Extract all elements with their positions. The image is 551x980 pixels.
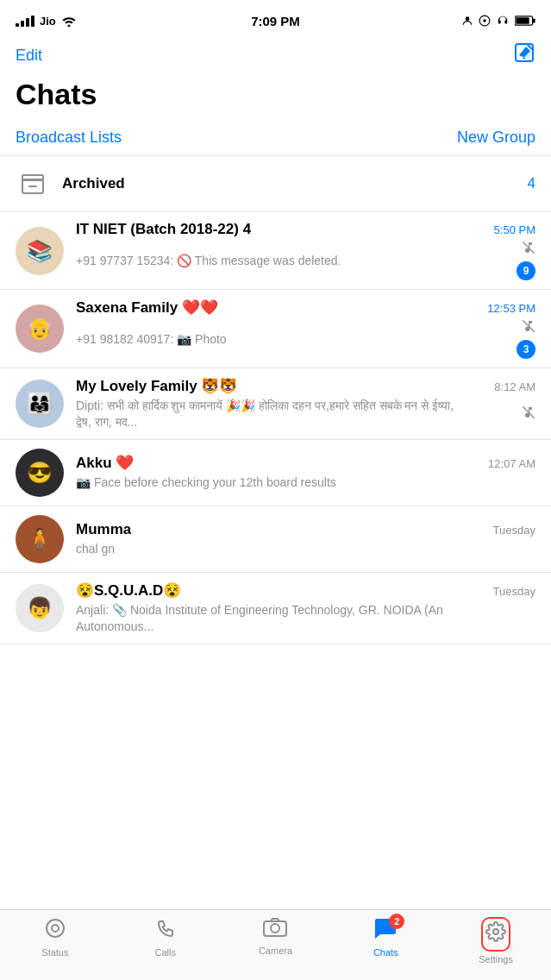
chat-row-mumma[interactable]: 🧍MummaTuesdaychal gn (0, 506, 551, 573)
camera-icon (263, 917, 287, 943)
compose-button[interactable] (513, 41, 535, 69)
chat-list: Archived 4 📚IT NIET (Batch 2018-22) 45:5… (0, 156, 551, 644)
avatar-it-niet: 📚 (16, 227, 64, 275)
status-tab-label: Status (41, 947, 68, 958)
new-group-button[interactable]: New Group (457, 129, 535, 147)
avatar-squad: 👦 (16, 584, 64, 632)
chats-tab-label: Chats (373, 947, 398, 958)
chat-preview-it-niet: +91 97737 15234: 🚫 This message was dele… (76, 253, 341, 269)
svg-point-1 (466, 16, 470, 21)
svg-point-3 (483, 19, 486, 22)
avatar-mumma: 🧍 (16, 515, 64, 563)
avatar-akku: 😎 (16, 449, 64, 497)
chat-row-my-lovely-family[interactable]: 👨‍👩‍👧My Lovely Family 🐯🐯8:12 AMDipti: सभ… (0, 368, 551, 440)
chat-time-squad: Tuesday (493, 585, 535, 598)
camera-tab-label: Camera (259, 945, 292, 956)
location-icon (479, 15, 491, 27)
chat-time-it-niet: 5:50 PM (494, 223, 535, 236)
svg-rect-5 (516, 17, 529, 24)
svg-rect-6 (533, 18, 535, 22)
chat-content-saxena-family: Saxena Family ❤️❤️12:53 PM+91 98182 4091… (76, 298, 535, 359)
settings-icon (485, 921, 506, 947)
unread-badge-it-niet: 9 (517, 261, 535, 280)
tab-status[interactable]: Status (0, 917, 110, 958)
archived-row[interactable]: Archived 4 (0, 156, 551, 212)
chat-right-my-lovely-family (522, 405, 535, 423)
chat-row-saxena-family[interactable]: 👴Saxena Family ❤️❤️12:53 PM+91 98182 409… (0, 290, 551, 368)
chat-name-squad: 😵S.Q.U.A.D😵 (76, 581, 181, 600)
tab-camera[interactable]: Camera (221, 917, 331, 956)
chat-content-mumma: MummaTuesdaychal gn (76, 521, 535, 557)
unread-badge-saxena-family: 3 (517, 340, 535, 359)
actions-row: Broadcast Lists New Group (0, 122, 551, 156)
chat-content-akku: Akku ❤️12:07 AM📷 Face before checking yo… (76, 454, 535, 491)
mute-icon-my-lovely-family (522, 405, 535, 423)
chat-right-saxena-family: 3 (517, 319, 535, 359)
chat-rows-container: 📚IT NIET (Batch 2018-22) 45:50 PM+91 977… (0, 212, 551, 644)
settings-highlight-border (481, 917, 510, 952)
chat-content-it-niet: IT NIET (Batch 2018-22) 45:50 PM+91 9773… (76, 221, 535, 280)
chat-preview-squad: Anjali: 📎 Noida Institute of Engineering… (76, 602, 455, 635)
chat-name-it-niet: IT NIET (Batch 2018-22) 4 (76, 221, 251, 238)
chat-row-akku[interactable]: 😎Akku ❤️12:07 AM📷 Face before checking y… (0, 440, 551, 506)
chat-name-my-lovely-family: My Lovely Family 🐯🐯 (76, 377, 238, 395)
chat-time-akku: 12:07 AM (488, 457, 535, 470)
tab-calls[interactable]: Calls (110, 917, 221, 958)
svg-point-0 (67, 25, 70, 28)
chat-time-my-lovely-family: 8:12 AM (494, 380, 535, 393)
tab-chats[interactable]: 2 Chats (330, 917, 441, 958)
wifi-icon (61, 15, 77, 27)
broadcast-lists-button[interactable]: Broadcast Lists (16, 129, 122, 147)
chat-name-saxena-family: Saxena Family ❤️❤️ (76, 298, 218, 317)
chat-name-akku: Akku ❤️ (76, 454, 134, 472)
battery-icon (515, 15, 535, 27)
svg-point-14 (52, 925, 59, 932)
settings-tab-label: Settings (479, 954, 513, 964)
mute-icon-it-niet (522, 241, 535, 258)
chat-row-squad[interactable]: 👦😵S.Q.U.A.D😵TuesdayAnjali: 📎 Noida Insti… (0, 573, 551, 644)
chat-time-mumma: Tuesday (493, 524, 535, 537)
avatar-my-lovely-family: 👨‍👩‍👧 (16, 380, 64, 428)
edit-button[interactable]: Edit (16, 47, 42, 65)
chat-preview-saxena-family: +91 98182 40917: 📷 Photo (76, 331, 227, 348)
top-nav: Edit (0, 38, 551, 76)
headphone-icon (496, 15, 510, 27)
archive-icon (16, 166, 50, 201)
archived-count: 4 (528, 175, 535, 192)
status-bar: Jio 7:09 PM (0, 0, 551, 38)
calls-icon (154, 917, 177, 945)
status-time: 7:09 PM (251, 14, 300, 28)
status-right-icons (461, 15, 535, 27)
chat-preview-mumma: chal gn (76, 541, 115, 557)
mute-icon-saxena-family (522, 319, 535, 336)
carrier-name: Jio (40, 15, 56, 28)
archived-label: Archived (62, 175, 528, 192)
calls-tab-label: Calls (154, 947, 175, 958)
chat-content-squad: 😵S.Q.U.A.D😵TuesdayAnjali: 📎 Noida Instit… (76, 581, 535, 635)
tab-settings[interactable]: Settings (441, 917, 551, 964)
avatar-saxena-family: 👴 (16, 305, 64, 353)
carrier-info: Jio (16, 15, 77, 28)
signal-icon (16, 16, 34, 27)
tab-bar: Status Calls Camera 2 Chats (0, 909, 551, 980)
chats-badge: 2 (389, 914, 404, 929)
chat-time-saxena-family: 12:53 PM (487, 302, 535, 315)
chats-icon: 2 (373, 917, 398, 945)
compose-icon (513, 41, 535, 64)
chat-row-it-niet[interactable]: 📚IT NIET (Batch 2018-22) 45:50 PM+91 977… (0, 212, 551, 290)
status-icon (44, 917, 66, 945)
page-title: Chats (0, 76, 551, 122)
person-icon (461, 15, 473, 27)
chat-preview-my-lovely-family: Dipti: सभी को हार्दिक शुभ कामनायें 🎉🎉 हो… (76, 398, 455, 430)
svg-point-13 (47, 920, 64, 937)
chat-right-it-niet: 9 (517, 241, 535, 280)
chat-preview-akku: 📷 Face before checking your 12th board r… (76, 474, 336, 491)
chat-content-my-lovely-family: My Lovely Family 🐯🐯8:12 AMDipti: सभी को … (76, 377, 535, 430)
svg-rect-9 (22, 175, 43, 180)
svg-point-17 (493, 929, 498, 934)
chat-name-mumma: Mumma (76, 521, 131, 538)
svg-point-16 (271, 924, 279, 933)
